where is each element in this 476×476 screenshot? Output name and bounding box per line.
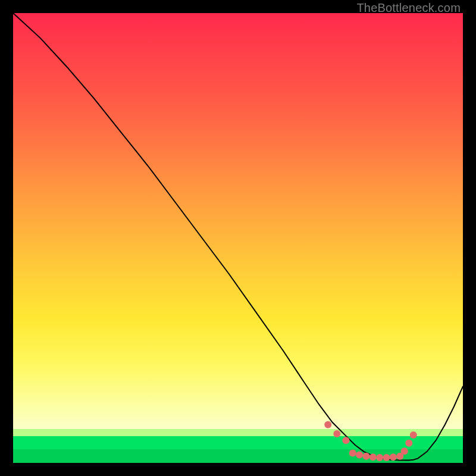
highlight-dot	[349, 449, 356, 456]
highlight-dot	[390, 453, 397, 461]
chart-overlay	[13, 13, 463, 463]
highlight-dot	[369, 453, 377, 461]
highlight-dot	[342, 437, 349, 444]
watermark-text: TheBottleneck.com	[356, 1, 461, 15]
highlight-dot	[376, 454, 383, 461]
highlight-dot	[383, 454, 390, 461]
highlight-dot	[401, 447, 408, 455]
highlight-dot	[356, 451, 363, 458]
highlight-dot	[333, 430, 340, 437]
highlight-dots	[324, 421, 417, 461]
highlight-dot	[324, 421, 331, 428]
highlight-dot	[363, 453, 370, 460]
curve-line	[13, 13, 463, 461]
highlight-dot	[410, 431, 417, 439]
highlight-dot	[405, 440, 412, 447]
